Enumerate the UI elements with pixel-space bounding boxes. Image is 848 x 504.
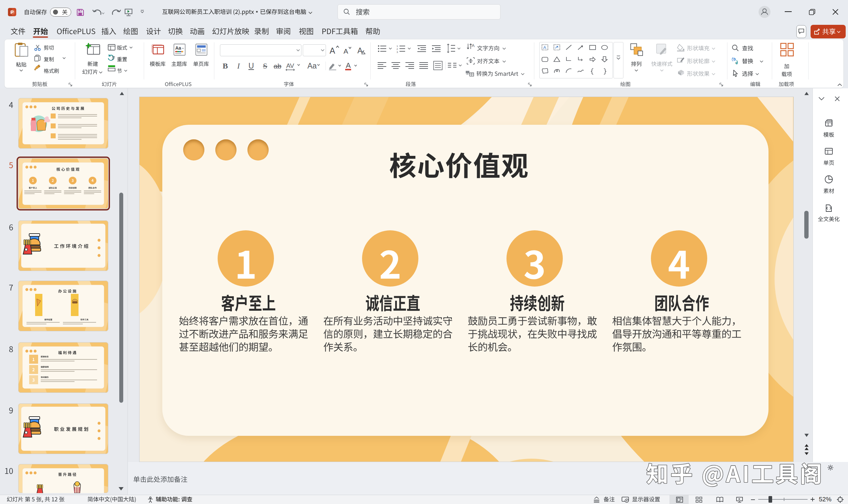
- svg-text:U: U: [248, 61, 254, 70]
- svg-text:S: S: [263, 62, 267, 70]
- svg-text:AV: AV: [286, 62, 294, 69]
- svg-text:A: A: [346, 61, 351, 70]
- svg-text:1: 1: [397, 45, 398, 48]
- svg-text:3: 3: [397, 51, 398, 53]
- svg-text:Aa: Aa: [307, 61, 317, 70]
- svg-text:P: P: [10, 9, 14, 15]
- svg-text:52%: 52%: [819, 496, 831, 503]
- svg-text:A: A: [330, 46, 335, 55]
- svg-text:A: A: [344, 47, 348, 55]
- svg-text:B: B: [223, 61, 228, 70]
- svg-text:A: A: [543, 45, 546, 50]
- svg-text:A: A: [358, 46, 363, 55]
- svg-text:A: A: [472, 43, 475, 48]
- svg-text:2: 2: [397, 48, 398, 51]
- svg-text:I: I: [237, 61, 240, 70]
- svg-text:Aa: Aa: [175, 45, 181, 51]
- svg-text:ab: ab: [274, 62, 281, 70]
